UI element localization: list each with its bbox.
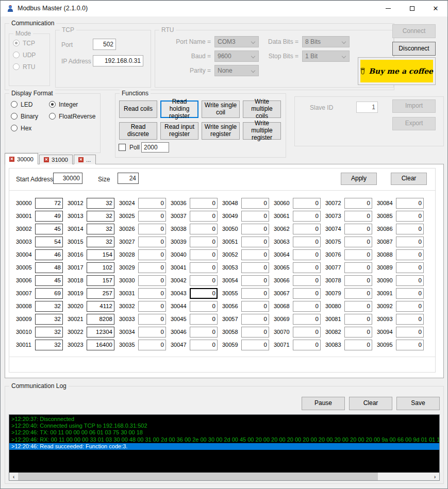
register-value-input-30013[interactable]: 32: [87, 211, 114, 222]
register-value-input-30087[interactable]: 0: [396, 237, 424, 247]
register-value-input-30090[interactable]: 0: [396, 275, 424, 286]
register-value-input-30006[interactable]: 45: [35, 275, 63, 286]
register-value-input-30017[interactable]: 102: [87, 262, 114, 273]
register-value-input-30057[interactable]: 0: [241, 314, 269, 325]
register-value-input-30047[interactable]: 0: [190, 340, 218, 350]
register-value-input-30038[interactable]: 0: [190, 224, 218, 234]
register-value-input-30002[interactable]: 45: [35, 224, 63, 234]
register-value-input-30008[interactable]: 32: [35, 301, 63, 312]
tab-31000[interactable]: ✕31000: [39, 155, 73, 164]
register-value-input-30040[interactable]: 0: [190, 249, 218, 260]
register-value-input-30007[interactable]: 69: [35, 288, 63, 299]
register-value-input-30091[interactable]: 0: [396, 288, 424, 299]
register-value-input-30084[interactable]: 0: [396, 198, 424, 209]
register-value-input-30000[interactable]: 72: [35, 198, 63, 209]
register-value-input-30044[interactable]: 0: [190, 301, 218, 312]
tab-close-icon[interactable]: ✕: [78, 157, 84, 162]
register-value-input-30064[interactable]: 0: [293, 249, 321, 260]
register-value-input-30071[interactable]: 0: [293, 340, 321, 350]
register-value-input-30077[interactable]: 0: [344, 262, 372, 273]
register-value-input-30086[interactable]: 0: [396, 224, 424, 234]
register-value-input-30060[interactable]: 0: [293, 198, 321, 209]
register-value-input-30070[interactable]: 0: [293, 327, 321, 338]
register-value-input-30027[interactable]: 0: [138, 237, 166, 247]
register-value-input-30031[interactable]: 0: [138, 288, 166, 299]
register-value-input-30093[interactable]: 0: [396, 314, 424, 325]
register-value-input-30052[interactable]: 0: [241, 249, 269, 260]
register-value-input-30089[interactable]: 0: [396, 262, 424, 273]
register-value-input-30095[interactable]: 0: [396, 340, 424, 350]
register-value-input-30056[interactable]: 0: [241, 301, 269, 312]
register-value-input-30037[interactable]: 0: [190, 211, 218, 222]
register-value-input-30016[interactable]: 154: [87, 249, 114, 260]
tab-close-icon[interactable]: ✕: [44, 157, 49, 162]
register-value-input-30022[interactable]: 12304: [87, 327, 114, 338]
register-value-input-30033[interactable]: 0: [138, 314, 166, 325]
register-value-input-30034[interactable]: 0: [138, 327, 166, 338]
register-value-input-30081[interactable]: 0: [344, 314, 372, 325]
register-value-input-30066[interactable]: 0: [293, 275, 321, 286]
tab-30000[interactable]: ✕30000: [5, 153, 38, 164]
register-value-input-30009[interactable]: 32: [35, 314, 63, 325]
register-value-input-30058[interactable]: 0: [241, 327, 269, 338]
register-value-input-30062[interactable]: 0: [293, 224, 321, 234]
register-value-input-30019[interactable]: 257: [87, 288, 114, 299]
register-value-input-30051[interactable]: 0: [241, 237, 269, 247]
register-value-input-30010[interactable]: 32: [35, 327, 63, 338]
register-value-input-30088[interactable]: 0: [396, 249, 424, 260]
register-value-input-30026[interactable]: 0: [138, 224, 166, 234]
register-value-input-30068[interactable]: 0: [293, 301, 321, 312]
register-value-input-30065[interactable]: 0: [293, 262, 321, 273]
register-value-input-30076[interactable]: 0: [344, 249, 372, 260]
register-value-input-30032[interactable]: 0: [138, 301, 166, 312]
register-value-input-30015[interactable]: 32: [87, 237, 114, 247]
register-value-input-30036[interactable]: 0: [190, 198, 218, 209]
register-value-input-30078[interactable]: 0: [344, 275, 372, 286]
register-value-input-30046[interactable]: 0: [190, 327, 218, 338]
register-value-input-30063[interactable]: 0: [293, 237, 321, 247]
register-value-input-30074[interactable]: 0: [344, 224, 372, 234]
register-value-input-30043[interactable]: 0: [190, 288, 218, 299]
register-value-input-30023[interactable]: 16400: [87, 340, 114, 350]
register-value-input-30050[interactable]: 0: [241, 224, 269, 234]
register-value-input-30092[interactable]: 0: [396, 301, 424, 312]
register-value-input-30035[interactable]: 0: [138, 340, 166, 350]
register-value-input-30080[interactable]: 0: [344, 301, 372, 312]
register-value-input-30001[interactable]: 49: [35, 211, 63, 222]
register-value-input-30055[interactable]: 0: [241, 288, 269, 299]
register-value-input-30041[interactable]: 0: [190, 262, 218, 273]
register-value-input-30020[interactable]: 4112: [87, 301, 114, 312]
register-value-input-30094[interactable]: 0: [396, 327, 424, 338]
register-value-input-30082[interactable]: 0: [344, 327, 372, 338]
register-value-input-30025[interactable]: 0: [138, 211, 166, 222]
register-value-input-30021[interactable]: 8208: [87, 314, 114, 325]
register-value-input-30079[interactable]: 0: [344, 288, 372, 299]
register-value-input-30061[interactable]: 0: [293, 211, 321, 222]
register-value-input-30054[interactable]: 0: [241, 275, 269, 286]
register-value-input-30029[interactable]: 0: [138, 262, 166, 273]
tab-dots[interactable]: ✕...: [74, 155, 96, 164]
register-value-input-30030[interactable]: 0: [138, 275, 166, 286]
register-value-input-30069[interactable]: 0: [293, 314, 321, 325]
register-value-input-30075[interactable]: 0: [344, 237, 372, 247]
register-value-input-30028[interactable]: 0: [138, 249, 166, 260]
register-value-input-30083[interactable]: 0: [344, 340, 372, 350]
register-value-input-30059[interactable]: 0: [241, 340, 269, 350]
register-value-input-30012[interactable]: 32: [87, 198, 114, 209]
register-value-input-30018[interactable]: 157: [87, 275, 114, 286]
register-value-input-30067[interactable]: 0: [293, 288, 321, 299]
register-value-input-30085[interactable]: 0: [396, 211, 424, 222]
register-value-input-30011[interactable]: 32: [35, 340, 63, 350]
register-value-input-30053[interactable]: 0: [241, 262, 269, 273]
register-value-input-30024[interactable]: 0: [138, 198, 166, 209]
register-value-input-30005[interactable]: 48: [35, 262, 63, 273]
register-value-input-30039[interactable]: 0: [190, 237, 218, 247]
register-value-input-30072[interactable]: 0: [344, 198, 372, 209]
register-value-input-30073[interactable]: 0: [344, 211, 372, 222]
register-value-input-30003[interactable]: 54: [35, 237, 63, 247]
register-value-input-30004[interactable]: 46: [35, 249, 63, 260]
register-value-input-30014[interactable]: 32: [87, 224, 114, 234]
tab-close-icon[interactable]: ✕: [9, 157, 14, 162]
register-value-input-30048[interactable]: 0: [241, 198, 269, 209]
register-value-input-30045[interactable]: 0: [190, 314, 218, 325]
